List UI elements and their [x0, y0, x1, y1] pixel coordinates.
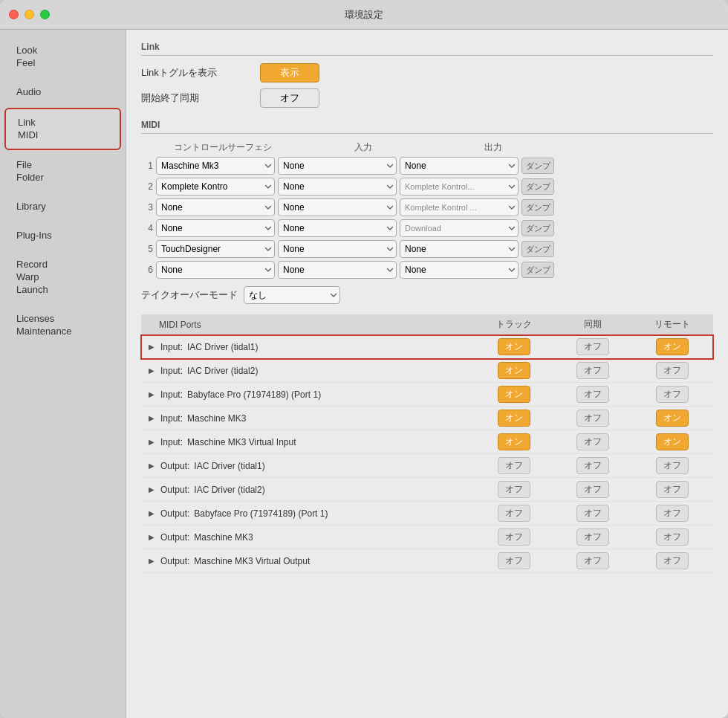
midi-input-select-2[interactable]: None: [278, 178, 397, 195]
remote-button-8[interactable]: オフ: [656, 528, 689, 546]
midi-input-select-1[interactable]: None: [278, 157, 397, 175]
sync-button-0[interactable]: オフ: [576, 338, 609, 355]
sync-button-9[interactable]: オフ: [576, 552, 609, 569]
midi-surface-select-3[interactable]: None: [156, 198, 275, 216]
takeover-select[interactable]: なし ピックアップ 値スケール 即時: [244, 286, 340, 304]
track-button-0[interactable]: オン: [498, 338, 530, 355]
port-remote-cell-2: オフ: [631, 383, 713, 407]
dump-button-6[interactable]: ダンプ: [521, 262, 554, 278]
track-button-6[interactable]: オフ: [498, 481, 530, 498]
midi-input-select-6[interactable]: None: [278, 261, 397, 279]
expand-icon-3[interactable]: ▶: [147, 414, 156, 423]
col-name-header: MIDI Ports: [141, 314, 472, 335]
expand-icon-9[interactable]: ▶: [147, 557, 156, 566]
track-button-4[interactable]: オン: [498, 433, 530, 450]
port-sync-cell-2: オフ: [555, 383, 631, 407]
sidebar-item-library[interactable]: Library: [4, 193, 121, 221]
track-button-2[interactable]: オン: [498, 386, 530, 403]
sync-button-7[interactable]: オフ: [576, 505, 609, 522]
track-button-1[interactable]: オン: [498, 362, 530, 379]
dump-button-2[interactable]: ダンプ: [521, 178, 554, 195]
expand-icon-8[interactable]: ▶: [147, 533, 156, 542]
remote-button-9[interactable]: オフ: [656, 552, 689, 569]
sidebar-item-licenses-maintenance[interactable]: LicensesMaintenance: [4, 305, 121, 346]
track-button-7[interactable]: オフ: [498, 505, 530, 522]
link-sync-button[interactable]: オフ: [260, 88, 319, 108]
remote-button-3[interactable]: オン: [656, 410, 689, 427]
link-toggle-button[interactable]: 表示: [260, 63, 319, 83]
expand-icon-1[interactable]: ▶: [147, 366, 156, 375]
ports-table-head: MIDI Ports トラック 同期 リモート: [141, 314, 713, 335]
ports-section: MIDI Ports トラック 同期 リモート ▶ Input: IAC Dri…: [141, 314, 713, 573]
dump-button-4[interactable]: ダンプ: [521, 220, 554, 236]
sidebar-item-look-feel[interactable]: LookFeel: [4, 37, 121, 77]
midi-output-select-4[interactable]: Download: [400, 219, 519, 237]
sidebar-item-plug-ins[interactable]: Plug-Ins: [4, 222, 121, 250]
port-track-cell-5: オフ: [472, 454, 554, 478]
port-type-3: Input:: [160, 413, 183, 424]
port-remote-cell-0: オン: [631, 335, 713, 359]
midi-output-select-2[interactable]: Komplete Kontrol...: [400, 178, 519, 195]
ports-tbody: ▶ Input: IAC Driver (tidal1) オン オフ オン ▶ …: [141, 335, 713, 573]
sync-button-2[interactable]: オフ: [576, 386, 609, 403]
sidebar-item-file-folder[interactable]: FileFolder: [4, 152, 121, 192]
remote-button-0[interactable]: オン: [656, 338, 689, 355]
midi-surface-select-5[interactable]: TouchDesigner: [156, 240, 275, 258]
dump-button-1[interactable]: ダンプ: [521, 158, 554, 174]
port-sync-cell-6: オフ: [555, 478, 631, 502]
remote-button-1[interactable]: オフ: [656, 362, 689, 379]
link-toggle-label: Linkトグルを表示: [141, 66, 260, 80]
track-button-3[interactable]: オン: [498, 410, 530, 427]
sync-button-8[interactable]: オフ: [576, 528, 609, 546]
minimize-button[interactable]: [25, 10, 34, 19]
sidebar-item-audio[interactable]: Audio: [4, 79, 121, 106]
midi-input-select-3[interactable]: None: [278, 198, 397, 216]
sync-button-3[interactable]: オフ: [576, 410, 609, 427]
sync-button-5[interactable]: オフ: [576, 457, 609, 474]
maximize-button[interactable]: [40, 10, 50, 19]
expand-icon-7[interactable]: ▶: [147, 509, 156, 518]
main-content: LookFeel Audio LinkMIDI FileFolder Libra…: [0, 30, 728, 718]
expand-icon-5[interactable]: ▶: [147, 462, 156, 470]
midi-output-select-6[interactable]: None: [400, 261, 519, 279]
sync-button-6[interactable]: オフ: [576, 481, 609, 498]
port-row-0: ▶ Input: IAC Driver (tidal1) オン オフ オン: [141, 335, 713, 359]
midi-surface-select-4[interactable]: None: [156, 219, 275, 237]
takeover-row: テイクオーバーモード なし ピックアップ 値スケール 即時: [141, 286, 713, 304]
expand-icon-2[interactable]: ▶: [147, 390, 156, 399]
preferences-window: 環境設定 LookFeel Audio LinkMIDI FileFolder …: [0, 0, 728, 718]
sidebar-item-record-warp-launch[interactable]: RecordWarpLaunch: [4, 251, 121, 304]
port-name-6: IAC Driver (tidal2): [194, 485, 264, 495]
midi-row-1: 1 Maschine Mk3 None None ダンプ: [141, 157, 713, 175]
remote-button-5[interactable]: オフ: [656, 457, 689, 474]
dump-button-3[interactable]: ダンプ: [521, 199, 554, 216]
midi-output-select-5[interactable]: None: [400, 240, 519, 258]
sidebar-item-link-midi[interactable]: LinkMIDI: [4, 108, 121, 151]
midi-surface-select-2[interactable]: Komplete Kontro: [156, 178, 275, 195]
remote-button-6[interactable]: オフ: [656, 481, 689, 498]
dump-button-5[interactable]: ダンプ: [521, 241, 554, 257]
midi-surface-select-6[interactable]: None: [156, 261, 275, 279]
midi-input-select-4[interactable]: None: [278, 219, 397, 237]
track-button-9[interactable]: オフ: [498, 552, 530, 569]
track-button-8[interactable]: オフ: [498, 528, 530, 546]
port-sync-cell-9: オフ: [555, 549, 631, 573]
midi-surface-select-1[interactable]: Maschine Mk3: [156, 157, 275, 175]
port-type-2: Input:: [160, 389, 183, 400]
track-button-5[interactable]: オフ: [498, 457, 530, 474]
sync-button-4[interactable]: オフ: [576, 433, 609, 450]
port-sync-cell-1: オフ: [555, 359, 631, 383]
midi-input-select-5[interactable]: None: [278, 240, 397, 258]
expand-icon-4[interactable]: ▶: [147, 438, 156, 447]
remote-button-4[interactable]: オン: [656, 433, 689, 450]
remote-button-7[interactable]: オフ: [656, 505, 689, 522]
sync-button-1[interactable]: オフ: [576, 362, 609, 379]
midi-row-num-2: 2: [141, 181, 156, 192]
col-sync-header: 同期: [555, 314, 631, 335]
remote-button-2[interactable]: オフ: [656, 386, 689, 403]
midi-output-select-1[interactable]: None: [400, 157, 519, 175]
expand-icon-6[interactable]: ▶: [147, 485, 156, 494]
midi-output-select-3[interactable]: Komplete Kontrol ...: [400, 198, 519, 216]
close-button[interactable]: [9, 10, 19, 19]
expand-icon-0[interactable]: ▶: [147, 343, 156, 352]
